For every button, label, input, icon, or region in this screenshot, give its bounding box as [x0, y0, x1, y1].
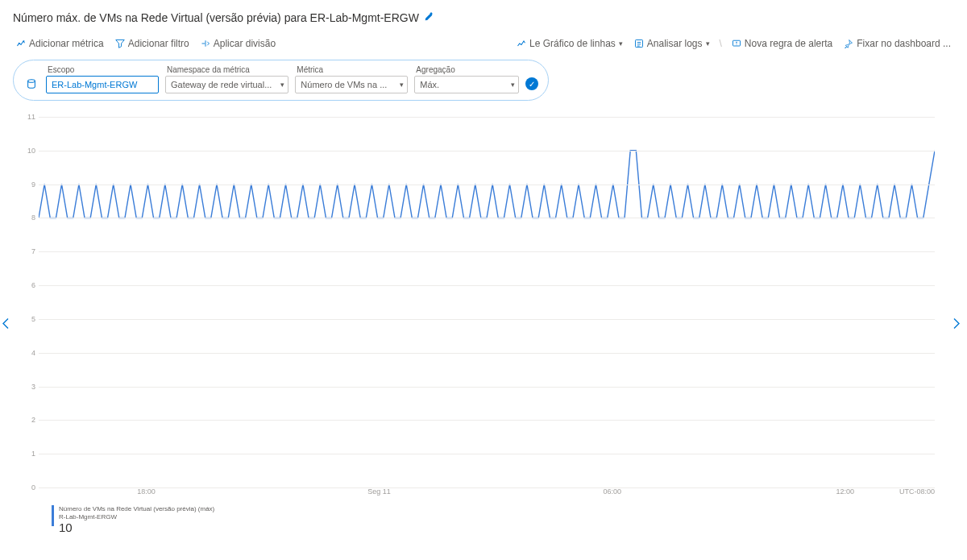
chevron-down-icon: ▾ [511, 81, 515, 89]
toolbar-divider: \ [718, 38, 724, 49]
new-alert-label: Nova regra de alerta [745, 38, 832, 49]
chevron-down-icon: ▾ [400, 81, 404, 89]
split-icon [201, 39, 210, 48]
pin-label: Fixar no dashboard ... [857, 38, 951, 49]
logs-icon [634, 39, 644, 48]
chart-prev-button[interactable] [0, 314, 13, 338]
y-tick-label: 4 [19, 349, 35, 357]
line-chart-icon [517, 39, 526, 48]
toolbar: Adicionar métrica Adicionar filtro Aplic… [0, 32, 967, 60]
metric-value: Número de VMs na ... [301, 80, 387, 89]
legend-current-value: 10 [59, 521, 214, 534]
namespace-dropdown[interactable]: Gateway de rede virtual... ▾ [165, 76, 288, 93]
timezone-label: UTC-08:00 [899, 487, 935, 496]
scope-label: Escopo [46, 65, 159, 74]
metric-dropdown[interactable]: Número de VMs na ... ▾ [295, 76, 408, 93]
chevron-down-icon: ▾ [706, 39, 710, 48]
x-tick-label: 12:00 [836, 487, 855, 496]
svg-point-0 [23, 40, 25, 42]
y-tick-label: 11 [19, 113, 35, 121]
chart-x-axis: 18:00Seg 1106:0012:00UTC-08:00 [39, 487, 935, 500]
metric-label: Métrica [295, 65, 408, 74]
add-metric-button[interactable]: Adicionar métrica [13, 35, 107, 52]
drill-logs-dropdown[interactable]: Analisar logs ▾ [631, 35, 713, 52]
chart-legend: Número de VMs na Rede Virtual (versão pr… [52, 505, 935, 534]
edit-title-icon[interactable] [424, 12, 434, 24]
alert-icon [732, 39, 741, 48]
x-tick-label: 06:00 [603, 487, 621, 496]
chevron-down-icon: ▾ [619, 39, 623, 48]
chevron-down-icon: ▾ [280, 81, 284, 89]
aggregation-label: Agregação [414, 65, 519, 74]
y-tick-label: 8 [19, 214, 35, 222]
y-tick-label: 2 [19, 416, 35, 424]
add-metric-icon [16, 39, 26, 48]
chart-plot-area[interactable]: 01234567891011 [39, 117, 935, 487]
toolbar-left: Adicionar métrica Adicionar filtro Aplic… [13, 35, 279, 52]
add-metric-label: Adicionar métrica [29, 38, 104, 49]
legend-series-name: Número de VMs na Rede Virtual (versão pr… [59, 505, 214, 513]
pin-dashboard-button[interactable]: Fixar no dashboard ... [840, 35, 954, 52]
y-tick-label: 6 [19, 281, 35, 289]
legend-resource-name: R-Lab-Mgmt-ERGW [59, 513, 214, 521]
y-tick-label: 1 [19, 450, 35, 458]
chart-next-button[interactable] [949, 314, 964, 338]
chart-type-dropdown[interactable]: Le Gráfico de linhas ▾ [513, 35, 626, 52]
namespace-label: Namespace da métrica [165, 65, 288, 74]
filter-icon [115, 39, 125, 48]
y-tick-label: 5 [19, 315, 35, 323]
toolbar-right: Le Gráfico de linhas ▾ Analisar logs ▾ \… [513, 35, 954, 52]
y-tick-label: 10 [19, 147, 35, 155]
page-title-row: Número máx. de VMs na Rede Virtual (vers… [0, 0, 967, 32]
resource-icon [23, 76, 39, 92]
apply-split-label: Aplicar divisão [214, 38, 276, 49]
chart-type-label: Le Gráfico de linhas [529, 38, 616, 49]
y-tick-label: 0 [19, 483, 35, 492]
x-tick-label: 18:00 [137, 487, 156, 496]
apply-split-button[interactable]: Aplicar divisão [197, 35, 279, 52]
chart-container: 01234567891011 18:00Seg 1106:0012:00UTC-… [0, 117, 967, 534]
x-tick-label: Seg 11 [367, 487, 391, 496]
pin-icon [844, 39, 853, 48]
aggregation-value: Máx. [420, 80, 439, 89]
legend-color-swatch [52, 505, 54, 526]
scope-value: ER-Lab-Mgmt-ERGW [52, 80, 137, 89]
aggregation-dropdown[interactable]: Máx. ▾ [414, 76, 519, 93]
page-title: Número máx. de VMs na Rede Virtual (vers… [13, 11, 419, 24]
new-alert-button[interactable]: Nova regra de alerta [728, 35, 836, 52]
y-tick-label: 7 [19, 247, 35, 255]
svg-point-3 [28, 80, 35, 83]
drill-logs-label: Analisar logs [647, 38, 703, 49]
scope-picker[interactable]: ER-Lab-Mgmt-ERGW [46, 76, 159, 93]
add-filter-button[interactable]: Adicionar filtro [112, 35, 193, 52]
add-filter-label: Adicionar filtro [128, 38, 189, 49]
metric-query-pill: Escopo ER-Lab-Mgmt-ERGW Namespace da mét… [13, 60, 549, 101]
namespace-value: Gateway de rede virtual... [171, 80, 272, 89]
y-tick-label: 9 [19, 180, 35, 189]
y-tick-label: 3 [19, 383, 35, 391]
confirm-query-button[interactable]: ✓ [525, 77, 538, 90]
